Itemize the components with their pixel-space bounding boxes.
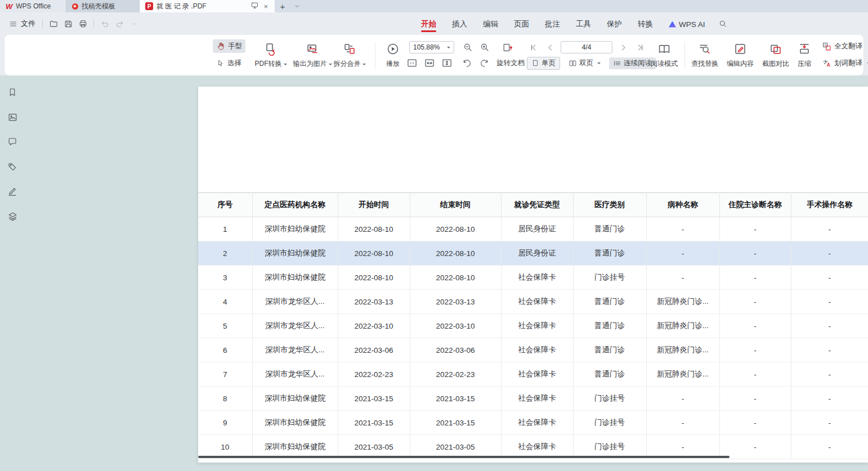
- one-to-one-icon: 1:1: [406, 57, 418, 69]
- sign-panel-button[interactable]: [6, 185, 19, 198]
- close-tab-icon[interactable]: ×: [262, 2, 269, 11]
- export-image-button[interactable]: 输出为图片: [290, 39, 334, 71]
- first-page-icon: [529, 43, 538, 52]
- table-cell: 2022-03-13: [338, 290, 410, 314]
- tab-home[interactable]: 开始: [415, 14, 442, 33]
- cursor-icon: [216, 59, 225, 68]
- layers-panel-button[interactable]: [6, 209, 19, 223]
- rotate-right-button[interactable]: [478, 57, 490, 69]
- single-page-button[interactable]: 单页: [527, 57, 560, 70]
- table-header-cell: 结束时间: [410, 193, 501, 217]
- open-file-button[interactable]: [46, 16, 61, 31]
- undo-button[interactable]: [97, 16, 112, 31]
- pdf-page[interactable]: 序号定点医药机构名称开始时间结束时间就诊凭证类型医疗类别病种名称住院主诊断名称手…: [198, 87, 868, 463]
- tab-edit[interactable]: 编辑: [477, 14, 504, 33]
- screenshot-compare-button[interactable]: 截图对比: [759, 39, 793, 71]
- table-header-cell: 定点医药机构名称: [252, 193, 338, 217]
- bookmark-panel-button[interactable]: [6, 86, 19, 99]
- monitor-icon: [250, 1, 259, 11]
- zoom-in-button[interactable]: [478, 41, 491, 53]
- save-button[interactable]: [61, 16, 75, 31]
- edit-content-button[interactable]: 编辑内容: [723, 39, 757, 71]
- table-cell: -: [646, 411, 719, 435]
- table-cell: -: [719, 338, 791, 362]
- comment-panel-button[interactable]: [6, 135, 19, 149]
- select-tool-button[interactable]: 选择: [213, 56, 245, 70]
- fit-width-icon: [424, 57, 435, 69]
- actual-size-button[interactable]: 1:1: [406, 57, 418, 69]
- zoom-out-button[interactable]: [462, 41, 474, 53]
- tab-wps-office-label: WPS Office: [16, 2, 51, 10]
- table-header-cell: 住院主诊断名称: [719, 193, 791, 217]
- table-cell: 居民身份证: [501, 241, 573, 266]
- file-menu-button[interactable]: 文件: [6, 16, 39, 31]
- divider: [93, 19, 94, 28]
- table-cell: 5: [198, 314, 252, 338]
- tab-docer-label: 找稿壳模板: [82, 2, 115, 11]
- compress-icon: [798, 42, 811, 56]
- new-tab-button[interactable]: +: [275, 0, 290, 12]
- word-translate-button[interactable]: 划词翻译: [818, 56, 868, 70]
- table-cell: -: [791, 217, 868, 241]
- continuous-reading-icon: [613, 59, 621, 68]
- ribbon-search-button[interactable]: [715, 16, 730, 31]
- horizontal-scrollbar[interactable]: [198, 456, 730, 458]
- tab-protect[interactable]: 保护: [601, 14, 628, 33]
- first-page-button[interactable]: [527, 41, 539, 53]
- read-mode-button[interactable]: 阅读模式: [647, 39, 681, 71]
- table-cell: -: [646, 241, 719, 266]
- table-cell: -: [791, 387, 868, 411]
- hand-tool-button[interactable]: 手型: [213, 39, 245, 53]
- table-cell: 2022-08-10: [338, 241, 410, 266]
- table-cell: 2022-02-23: [410, 362, 501, 387]
- table-cell: -: [719, 314, 791, 338]
- pdf-convert-button[interactable]: PDF转换: [252, 39, 290, 71]
- divider: [42, 19, 43, 28]
- tab-page[interactable]: 页面: [508, 14, 535, 33]
- tab-wps-ai[interactable]: WPS AI: [663, 15, 711, 33]
- tab-insert[interactable]: 插入: [446, 14, 473, 33]
- full-translate-button[interactable]: A 全文翻译: [818, 39, 866, 53]
- table-cell: 2022-08-10: [410, 241, 501, 266]
- table-row: 5深圳市龙华区人...2022-03-102022-03-10社会保障卡普通门诊…: [198, 314, 868, 338]
- tab-docer-template[interactable]: 找稿壳模板: [66, 0, 140, 12]
- double-page-button[interactable]: 双页: [565, 57, 605, 69]
- tag-panel-button[interactable]: [6, 160, 19, 173]
- next-page-button[interactable]: [617, 41, 629, 53]
- printer-icon: [78, 19, 88, 29]
- last-page-icon: [636, 43, 645, 52]
- folder-icon: [49, 19, 59, 29]
- compress-button[interactable]: 压缩: [792, 39, 817, 71]
- table-cell: -: [646, 266, 719, 290]
- tab-convert[interactable]: 转换: [632, 14, 659, 33]
- fit-page-button[interactable]: [441, 57, 453, 69]
- last-page-button[interactable]: [634, 41, 646, 53]
- table-cell: 2022-08-10: [338, 217, 410, 241]
- fit-window-button[interactable]: [501, 41, 513, 53]
- zoom-level-select[interactable]: 105.88%: [409, 41, 454, 53]
- table-header-cell: 手术操作名称: [791, 193, 868, 217]
- rotate-document-button[interactable]: 旋转文档: [496, 59, 525, 68]
- tab-comment[interactable]: 批注: [539, 14, 566, 33]
- tab-list-chevron-icon[interactable]: [290, 0, 304, 12]
- print-button[interactable]: [75, 16, 90, 31]
- find-replace-button[interactable]: 查找替换: [688, 39, 722, 71]
- comment-icon: [7, 137, 17, 147]
- table-cell: 深圳市妇幼保健院: [252, 217, 338, 241]
- undo-history-chevron-icon[interactable]: [127, 16, 141, 31]
- split-merge-button[interactable]: 拆分合并: [329, 39, 370, 71]
- previous-page-button[interactable]: [544, 41, 556, 53]
- rotate-left-button[interactable]: [460, 57, 473, 69]
- fit-width-button[interactable]: [423, 57, 436, 69]
- thumbnail-panel-button[interactable]: [6, 110, 19, 124]
- table-cell: 7: [198, 362, 252, 387]
- play-button[interactable]: 播放: [379, 39, 406, 71]
- tab-document-active[interactable]: P 就 医 记 录 .PDF ×: [140, 0, 275, 12]
- fit-window-icon: [502, 42, 513, 53]
- redo-button[interactable]: [112, 16, 127, 31]
- table-row: 9深圳市妇幼保健院2021-03-152021-03-15社会保障卡门诊挂号--…: [198, 411, 868, 435]
- tab-tools[interactable]: 工具: [570, 14, 597, 33]
- tab-wps-office[interactable]: W WPS Office: [0, 0, 66, 12]
- table-cell: 4: [198, 290, 252, 314]
- page-number-input[interactable]: 4/4: [561, 41, 612, 53]
